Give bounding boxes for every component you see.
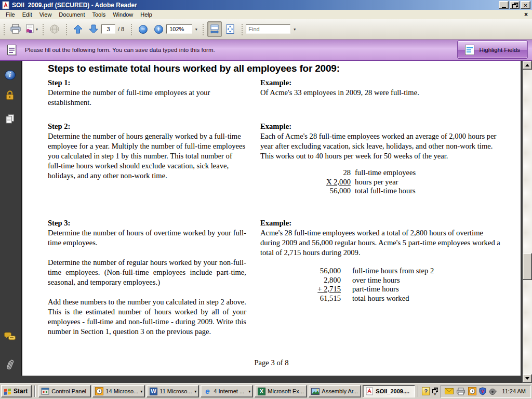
menu-help[interactable]: Help bbox=[137, 10, 156, 19]
minimize-button[interactable] bbox=[499, 1, 509, 9]
example3-block: Example: Acme's 28 full-time employees w… bbox=[260, 218, 503, 303]
page-number-input[interactable] bbox=[101, 24, 115, 34]
next-page-button[interactable] bbox=[86, 21, 101, 37]
share-document-button[interactable]: ▾ bbox=[24, 21, 38, 37]
chevron-down-icon: ▾ bbox=[248, 389, 250, 394]
taskbar-divider[interactable] bbox=[418, 385, 419, 397]
step3-block: Step 3: Determine the number of hours of… bbox=[48, 218, 246, 337]
mail-tray-icon[interactable] bbox=[445, 388, 454, 394]
menu-view[interactable]: View bbox=[36, 10, 56, 19]
step2-block: Step 2: Determine the number of hours ge… bbox=[48, 122, 246, 181]
volume-tray-icon[interactable] bbox=[489, 388, 497, 395]
calc-label: full-time hours from step 2 bbox=[341, 267, 434, 276]
example2-text: Each of Acme's 28 full-time employees wo… bbox=[260, 131, 503, 161]
zoom-level-value[interactable]: 102% bbox=[166, 24, 192, 34]
highlight-fields-button[interactable]: Highlight Fields bbox=[458, 41, 527, 58]
printer-icon bbox=[10, 24, 21, 34]
find-input[interactable] bbox=[246, 24, 290, 34]
zoom-dropdown-button[interactable]: ▾ bbox=[192, 24, 199, 34]
question-mark-icon: ? bbox=[424, 388, 428, 394]
step3-paragraph-3: Add these numbers to the number you calc… bbox=[48, 297, 246, 337]
find-dropdown-button[interactable]: ▾ bbox=[290, 24, 298, 34]
tray-clock: 11:24 AM bbox=[502, 388, 526, 394]
close-document-icon[interactable]: × bbox=[524, 12, 528, 17]
how-to-info-button[interactable]: i bbox=[4, 69, 16, 81]
system-tray: V 11:24 AM bbox=[441, 385, 531, 398]
toolbar-grip[interactable] bbox=[42, 23, 44, 35]
scrollbar-thumb[interactable] bbox=[523, 253, 532, 280]
control-panel-icon bbox=[41, 387, 49, 395]
calc-value: 56,000 bbox=[323, 187, 355, 196]
calc-value: 2,800 bbox=[304, 276, 341, 285]
taskbar-divider[interactable] bbox=[34, 385, 36, 397]
clock-tray-icon[interactable] bbox=[468, 387, 476, 395]
calc-label: full-time employees bbox=[355, 168, 416, 178]
reminder-clock-icon bbox=[95, 387, 103, 395]
menu-tools[interactable]: Tools bbox=[89, 10, 110, 19]
picture-icon bbox=[311, 387, 320, 395]
title-bar: SOII_2009.pdf (SECURED) - Adobe Reader × bbox=[0, 0, 532, 10]
help-tray-button[interactable]: ? bbox=[422, 387, 430, 395]
toolbar-grip[interactable] bbox=[130, 23, 132, 35]
scroll-up-button[interactable] bbox=[523, 61, 532, 70]
svg-text:V: V bbox=[481, 389, 484, 394]
start-button[interactable]: Start bbox=[1, 385, 32, 397]
task-label: Assembly Ar... bbox=[322, 388, 358, 394]
word-icon: W bbox=[150, 388, 157, 395]
scrolling-mode-button[interactable] bbox=[207, 21, 222, 37]
attachments-panel-button[interactable] bbox=[4, 359, 16, 371]
fit-page-button[interactable] bbox=[223, 21, 237, 37]
chevron-down-icon: ▾ bbox=[194, 389, 196, 394]
taskbar: Start Control Panel 14 Microso... ▾ W 11… bbox=[0, 383, 532, 399]
printer-tray-icon[interactable] bbox=[456, 388, 466, 395]
navigation-pane: i bbox=[0, 61, 20, 383]
page-footer: Page 3 of 8 bbox=[22, 358, 521, 367]
comments-panel-button[interactable] bbox=[4, 330, 16, 343]
task-soii-pdf-active[interactable]: SOII_2009.... bbox=[363, 385, 415, 397]
zoom-in-button[interactable]: + bbox=[151, 21, 166, 37]
toolbar-grip[interactable] bbox=[65, 23, 68, 35]
menu-file[interactable]: File bbox=[2, 10, 19, 19]
share-document-icon bbox=[24, 24, 35, 34]
fit-page-icon bbox=[225, 24, 235, 34]
toolbar-grip[interactable] bbox=[3, 23, 5, 35]
menu-document[interactable]: Document bbox=[55, 10, 88, 19]
step3-label: Step 3: bbox=[48, 218, 246, 228]
task-control-panel[interactable]: Control Panel bbox=[38, 385, 91, 397]
zoom-out-button[interactable]: − bbox=[136, 21, 150, 37]
calc-label: over time hours bbox=[341, 276, 434, 285]
restore-button[interactable] bbox=[510, 1, 520, 9]
menu-edit[interactable]: Edit bbox=[19, 10, 36, 19]
toolbar-grip[interactable] bbox=[241, 23, 243, 35]
close-button[interactable]: × bbox=[521, 1, 530, 9]
security-settings-button[interactable] bbox=[4, 89, 16, 101]
menu-window[interactable]: Window bbox=[109, 10, 137, 19]
print-button[interactable] bbox=[8, 21, 23, 37]
calc-value: 28 bbox=[323, 168, 355, 178]
toolbar-grip[interactable] bbox=[202, 23, 204, 35]
pages-panel-button[interactable] bbox=[4, 113, 16, 125]
task-group-internet-explorer[interactable]: e 4 Internet ... ▾ bbox=[201, 385, 253, 397]
step1-label: Step 1: bbox=[48, 78, 246, 88]
previous-page-button[interactable] bbox=[71, 21, 85, 37]
chevron-down-icon[interactable]: ▾ bbox=[36, 27, 38, 32]
task-assembly-image[interactable]: Assembly Ar... bbox=[309, 385, 361, 397]
task-excel[interactable]: X Microsoft Ex... bbox=[255, 385, 307, 397]
task-label: 14 Microso... bbox=[105, 388, 138, 394]
form-notification-bar: Please fill out the following form. You … bbox=[0, 39, 532, 61]
task-group-outlook[interactable]: 14 Microso... ▾ bbox=[92, 385, 145, 397]
example1-text: Of Acme's 33 employees in 2009, 28 were … bbox=[260, 88, 503, 98]
step2-text: Determine the number of hours generally … bbox=[48, 131, 246, 181]
pages-icon bbox=[4, 113, 16, 125]
scroll-down-button[interactable] bbox=[523, 374, 532, 383]
plus-icon: + bbox=[154, 25, 163, 34]
close-icon: × bbox=[524, 2, 527, 8]
calc-label: hours per year bbox=[355, 178, 416, 187]
task-label: Control Panel bbox=[51, 388, 86, 394]
example1-label: Example: bbox=[260, 78, 503, 88]
task-group-word[interactable]: W 11 Microso... ▾ bbox=[147, 385, 199, 397]
window-list-button[interactable]: ▾ bbox=[432, 388, 437, 395]
form-message: Please fill out the following form. You … bbox=[25, 47, 215, 53]
antivirus-shield-icon[interactable]: V bbox=[479, 387, 486, 395]
scrollbar-track[interactable] bbox=[523, 70, 532, 374]
